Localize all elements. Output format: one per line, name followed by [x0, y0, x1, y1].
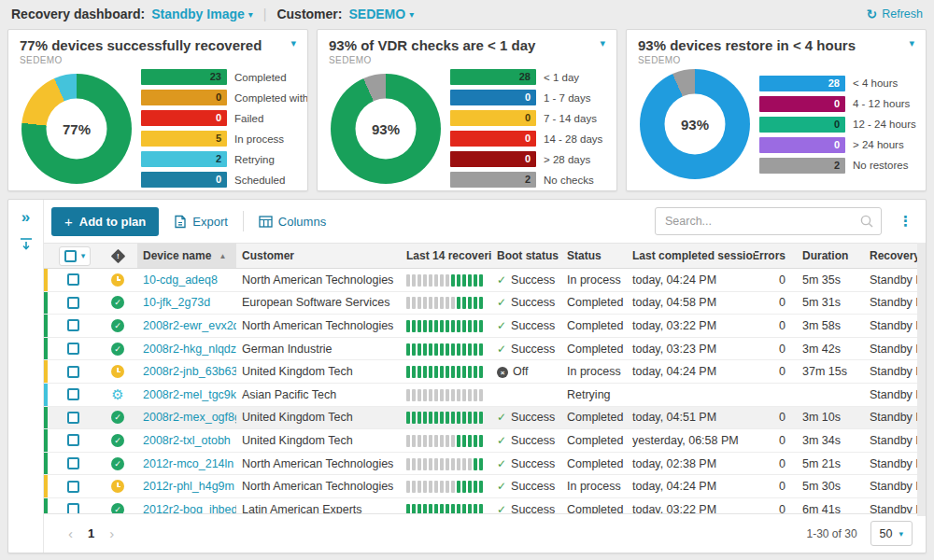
errors-cell: 0 — [755, 480, 797, 493]
check-status-icon: ✓ — [111, 457, 124, 470]
row-checkbox[interactable] — [67, 434, 79, 446]
column-header-last-completed-session[interactable]: Last completed session — [627, 244, 755, 268]
session-cell: today, 03:23 PM — [627, 343, 755, 356]
search-icon — [859, 214, 874, 229]
table-row[interactable]: 2012r-phl_h4g9mNorth American Technologi… — [44, 475, 926, 498]
page-number[interactable]: 1 — [80, 526, 102, 540]
filter-list-icon[interactable] — [19, 236, 34, 251]
priority-column-header[interactable]: ! — [98, 244, 137, 268]
legend-item: 5In process — [141, 131, 308, 147]
legend-label: 7 - 14 days — [544, 113, 597, 124]
device-name-link[interactable]: 2008r2-hkg_nlqdz — [143, 343, 236, 356]
status-cell: Completed — [561, 457, 627, 470]
legend-count-badge: 28 — [759, 76, 845, 91]
table-row[interactable]: ✓2012r2-bog_jhbedLatin American Experts✓… — [44, 498, 926, 513]
session-cell: today, 04:58 PM — [627, 296, 755, 309]
refresh-icon: ↻ — [866, 7, 877, 21]
row-checkbox[interactable] — [67, 412, 79, 424]
column-header-device-name[interactable]: Device name▲ — [137, 244, 236, 268]
expand-panel-icon[interactable]: » — [21, 209, 30, 225]
card-menu-caret-icon[interactable]: ▾ — [903, 37, 914, 49]
donut-center-label: 77% — [63, 120, 91, 136]
card-menu-caret-icon[interactable]: ▾ — [594, 37, 605, 49]
table-row[interactable]: ✓2008r2-hkg_nlqdzGerman Industrie✓Succes… — [44, 338, 926, 361]
column-header-boot-status[interactable]: Boot status — [491, 244, 561, 268]
device-name-link[interactable]: 2008r2-mex_ogf8g — [143, 411, 236, 424]
row-checkbox[interactable] — [67, 273, 79, 286]
status-cell: Completed — [561, 296, 627, 309]
column-header-errors[interactable]: Errors — [755, 244, 797, 268]
legend-item: 0Completed with errors — [141, 90, 308, 105]
device-name-link[interactable]: 2008r2-txl_otobh — [143, 434, 231, 447]
recovery-history-bars — [406, 320, 483, 332]
row-checkbox[interactable] — [67, 343, 79, 355]
table-row[interactable]: 10-cdg_adeq8North American Technologies✓… — [44, 269, 926, 292]
device-name-link[interactable]: 2012r-mco_214ln — [143, 457, 234, 470]
search-input[interactable] — [655, 207, 882, 235]
table-row[interactable]: ✓2008r2-txl_otobhUnited Kingdom Tech✓Suc… — [44, 429, 926, 453]
row-checkbox[interactable] — [67, 366, 79, 378]
device-name-link[interactable]: 2008r2-jnb_63b63 — [143, 365, 236, 378]
prev-page-button[interactable]: ‹ — [61, 525, 80, 541]
search-box — [655, 207, 882, 235]
device-name-link[interactable]: 2012r-phl_h4g9m — [143, 480, 234, 493]
add-to-plan-button[interactable]: + Add to plan — [51, 207, 159, 236]
errors-cell: 0 — [755, 503, 797, 513]
select-menu-caret-icon[interactable]: ▾ — [81, 251, 86, 260]
chevron-down-icon: ▾ — [248, 9, 253, 20]
boot-off-icon: × — [497, 367, 508, 378]
column-header-last-14-recoveries[interactable]: Last 14 recoveries — [401, 244, 491, 268]
session-cell: today, 04:24 PM — [627, 365, 755, 378]
row-checkbox[interactable] — [67, 319, 79, 331]
customer-cell: United Kingdom Tech — [236, 434, 401, 447]
session-cell: today, 04:24 PM — [627, 480, 755, 493]
vertical-scrollbar[interactable] — [917, 243, 926, 516]
legend-count-badge: 0 — [450, 110, 536, 126]
next-page-button[interactable]: › — [102, 525, 121, 541]
recovery-history-bars — [406, 343, 483, 356]
boot-success-icon: ✓ — [497, 480, 506, 493]
customer-cell: United Kingdom Tech — [236, 411, 401, 424]
dashboard-selector[interactable]: Standby Image ▾ — [151, 7, 253, 21]
column-header-status[interactable]: Status — [561, 244, 627, 268]
table-row[interactable]: ⚙2008r2-mel_tgc9kAsian Pacific TechRetry… — [44, 384, 926, 407]
duration-cell: 5m 30s — [797, 480, 864, 493]
table-row[interactable]: 2008r2-jnb_63b63United Kingdom Tech×OffI… — [44, 360, 926, 384]
page-size-select[interactable]: 50 ▾ — [870, 521, 913, 546]
device-name-link[interactable]: 10-jfk_2g73d — [143, 296, 210, 309]
errors-cell: 0 — [755, 411, 797, 424]
export-file-icon — [174, 215, 187, 229]
row-checkbox[interactable] — [67, 503, 79, 513]
table-row[interactable]: ✓2012r-mco_214lnNorth American Technolog… — [44, 453, 926, 476]
kebab-menu-icon[interactable]: ⋮ — [897, 213, 914, 230]
row-checkbox[interactable] — [67, 388, 79, 400]
device-name-link[interactable]: 2008r2-ewr_evx2d — [143, 319, 236, 332]
device-name-link[interactable]: 2012r2-bog_jhbed — [143, 503, 236, 513]
column-header-customer[interactable]: Customer — [236, 244, 401, 268]
duration-cell: 5m 35s — [797, 273, 864, 287]
status-cell: Completed — [561, 503, 627, 513]
legend-label: 14 - 28 days — [544, 133, 602, 145]
refresh-button[interactable]: ↻ Refresh — [866, 7, 923, 21]
legend-count-badge: 23 — [141, 69, 227, 85]
column-header-duration[interactable]: Duration — [797, 244, 864, 268]
export-button[interactable]: Export — [174, 215, 228, 229]
device-name-link[interactable]: 2008r2-mel_tgc9k — [143, 388, 236, 401]
legend-label: > 24 hours — [853, 139, 904, 150]
table-row[interactable]: ✓10-jfk_2g73dEuropean Software Services✓… — [44, 292, 926, 315]
customer-selector[interactable]: SEDEMO ▾ — [348, 7, 414, 21]
select-all-checkbox[interactable] — [64, 250, 77, 262]
status-cell: Completed — [561, 319, 627, 332]
row-checkbox[interactable] — [67, 481, 79, 493]
row-checkbox[interactable] — [67, 297, 79, 309]
boot-status-label: Success — [511, 503, 555, 513]
legend-count-badge: 0 — [141, 110, 227, 126]
card-menu-caret-icon[interactable]: ▾ — [285, 37, 296, 49]
table-row[interactable]: ✓2008r2-ewr_evx2dNorth American Technolo… — [44, 315, 926, 338]
columns-button[interactable]: Columns — [259, 215, 326, 229]
device-name-link[interactable]: 10-cdg_adeq8 — [143, 273, 218, 287]
boot-success-icon: ✓ — [497, 503, 506, 513]
table-row[interactable]: ✓2008r2-mex_ogf8gUnited Kingdom Tech✓Suc… — [44, 407, 926, 430]
donut-center-label: 93% — [372, 120, 400, 136]
row-checkbox[interactable] — [67, 457, 79, 469]
